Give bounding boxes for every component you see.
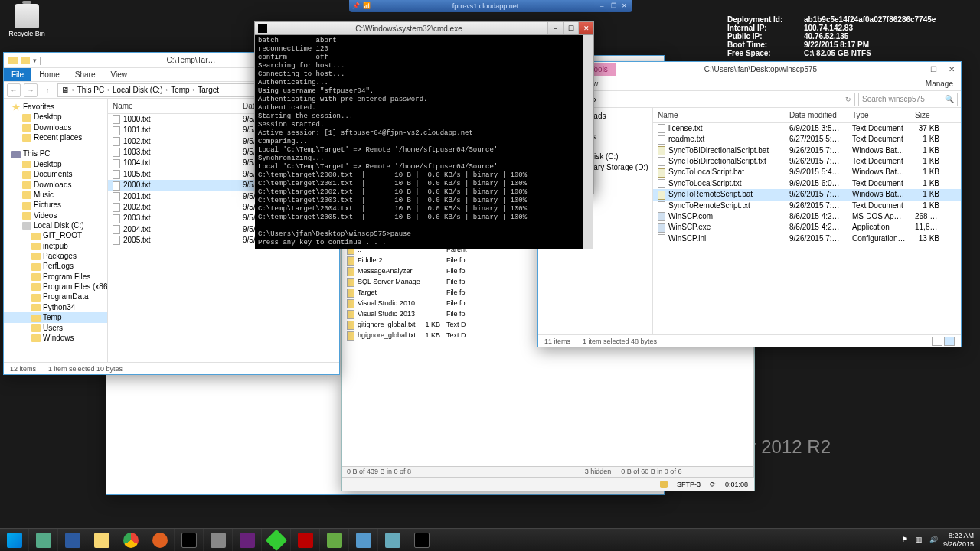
back-button[interactable]: ← (7, 83, 21, 97)
file-list[interactable]: Name Date modified Type Size license.txt… (653, 108, 961, 334)
nav-item[interactable]: Windows (4, 333, 107, 343)
breadcrumb[interactable]: Target (198, 86, 219, 94)
up-button[interactable]: ↑ (41, 83, 54, 97)
breadcrumb[interactable]: This PC (77, 86, 105, 94)
list-item[interactable]: SyncToRemoteScript.bat9/26/2015 7:59 PMW… (653, 189, 961, 200)
list-item[interactable]: SyncToLocalScript.bat9/9/2015 5:48 PMWin… (653, 167, 961, 178)
navigation-pane[interactable]: Favorites Desktop Downloads Recent place… (4, 99, 108, 362)
forward-button[interactable]: → (24, 83, 38, 97)
nav-favorites[interactable]: Favorites (4, 102, 107, 112)
desktop-background[interactable]: Recycle Bin 📌 📶 fprn-vs1.cloudapp.net – … (0, 0, 980, 551)
terminal-output[interactable]: batch abort reconnecttime 120 confirm of… (255, 35, 583, 249)
nav-temp[interactable]: Temp (4, 312, 107, 322)
title-bar[interactable]: C:\Windows\system32\cmd.exe – ☐ ✕ (255, 22, 593, 35)
nav-item[interactable]: inetpub (4, 241, 107, 251)
nav-recent[interactable]: Recent places (4, 132, 107, 142)
taskbar-app[interactable] (204, 529, 233, 552)
tab-home[interactable]: Home (31, 68, 67, 81)
pin-icon[interactable]: 📌 (352, 2, 360, 10)
breadcrumb[interactable]: Local Disk (C:) (113, 86, 163, 94)
taskbar-cmd[interactable] (175, 529, 204, 552)
tray-network-icon[interactable]: ▥ (916, 536, 925, 545)
taskbar-filezilla[interactable] (291, 529, 320, 552)
nav-item[interactable]: ProgramData (4, 292, 107, 302)
nav-desktop[interactable]: Desktop (4, 112, 107, 122)
search-icon[interactable]: 🔍 (945, 95, 954, 103)
minimize-button[interactable]: – (547, 22, 563, 34)
taskbar-powershell[interactable] (58, 529, 87, 552)
nav-item[interactable]: Videos (4, 210, 107, 220)
refresh-icon[interactable]: ↻ (845, 96, 851, 103)
system-tray[interactable]: ⚑ ▥ 🔊 8:22 AM 9/26/2015 (902, 532, 980, 549)
search-box[interactable]: Search winscp575 🔍 (858, 93, 958, 106)
maximize-button[interactable]: ☐ (924, 63, 942, 77)
cmd-window[interactable]: C:\Windows\system32\cmd.exe – ☐ ✕ batch … (254, 21, 594, 194)
close-icon[interactable]: ✕ (622, 2, 629, 10)
nav-item[interactable]: Documents (4, 169, 107, 179)
nav-item[interactable]: Program Files (4, 272, 107, 282)
nav-local-disk[interactable]: Local Disk (C:) (4, 220, 107, 230)
taskbar[interactable]: ⚑ ▥ 🔊 8:22 AM 9/26/2015 (0, 528, 980, 551)
nav-item[interactable]: PerfLogs (4, 261, 107, 271)
taskbar-winscp[interactable] (378, 529, 407, 552)
list-item[interactable]: WinSCP.exe8/6/2015 4:23 PMApplication11,… (653, 222, 961, 233)
nav-item[interactable]: Packages (4, 251, 107, 261)
taskbar-server-manager[interactable] (29, 529, 58, 552)
icons-view-icon[interactable] (944, 337, 955, 346)
list-item[interactable]: SyncToRemoteScript.txt9/26/2015 7:59 PMT… (653, 201, 961, 211)
restore-icon[interactable]: ❐ (611, 2, 619, 10)
nav-item[interactable]: Python34 (4, 302, 107, 312)
taskbar-app[interactable] (145, 529, 175, 552)
col-size[interactable]: Size (910, 109, 944, 121)
rdp-connection-bar[interactable]: 📌 📶 fprn-vs1.cloudapp.net – ❐ ✕ (349, 0, 632, 12)
details-view-icon[interactable] (932, 337, 942, 346)
list-item[interactable]: SyncToLocalScript.txt9/9/2015 6:08 PMTex… (653, 178, 961, 189)
list-item[interactable]: readme.txt6/27/2015 5:21 PMText Document… (653, 134, 961, 145)
col-name[interactable]: Name (653, 109, 785, 121)
tray-sound-icon[interactable]: 🔊 (929, 536, 939, 545)
start-button[interactable] (0, 529, 29, 552)
tray-flag-icon[interactable]: ⚑ (902, 536, 911, 545)
scrollbar[interactable] (583, 35, 593, 249)
status-bar: 12 items 1 item selected 10 bytes (4, 362, 339, 374)
taskbar-explorer[interactable] (87, 529, 116, 552)
explorer-window-winscp[interactable]: Application Tools C:\Users\jfan\Desktop\… (537, 61, 962, 347)
minimize-icon[interactable]: – (600, 2, 608, 10)
taskbar-app[interactable] (262, 529, 291, 552)
nav-item[interactable]: Music (4, 190, 107, 200)
list-item[interactable]: SyncToBiDirectionalScript.bat9/26/2015 7… (653, 145, 961, 156)
recycle-bin[interactable]: Recycle Bin (8, 4, 46, 37)
taskbar-clock[interactable]: 8:22 AM 9/26/2015 (943, 532, 974, 549)
tab-view[interactable]: View (103, 68, 136, 81)
nav-item[interactable]: Program Files (x86) (4, 282, 107, 292)
taskbar-visual-studio[interactable] (233, 529, 262, 552)
col-type[interactable]: Type (848, 109, 910, 121)
taskbar-app[interactable] (320, 529, 349, 552)
nav-item[interactable]: Pictures (4, 200, 107, 210)
close-button[interactable]: ✕ (578, 22, 593, 34)
taskbar-cmd-running[interactable] (407, 529, 436, 552)
cmd-icon (258, 24, 267, 33)
file-tab[interactable]: File (4, 68, 31, 81)
taskbar-app[interactable] (349, 529, 378, 552)
nav-downloads[interactable]: Downloads (4, 122, 107, 132)
nav-item[interactable]: Downloads (4, 180, 107, 190)
breadcrumb[interactable]: Temp (171, 86, 189, 94)
tab-manage[interactable]: Manage (918, 77, 961, 90)
nav-item[interactable]: Desktop (4, 159, 107, 169)
taskbar-chrome[interactable] (116, 529, 145, 552)
nav-item[interactable]: GIT_ROOT (4, 230, 107, 240)
close-button[interactable]: ✕ (942, 63, 961, 77)
list-item[interactable]: SyncToBiDirectionalScript.txt9/26/2015 7… (653, 156, 961, 167)
col-name[interactable]: Name (108, 100, 238, 112)
nav-item[interactable]: Users (4, 323, 107, 333)
minimize-button[interactable]: – (906, 63, 924, 77)
maximize-button[interactable]: ☐ (563, 22, 578, 34)
tab-share[interactable]: Share (67, 68, 103, 81)
title-bar[interactable]: Application Tools C:\Users\jfan\Desktop\… (538, 62, 961, 77)
list-item[interactable]: license.txt6/9/2015 3:51 PMText Document… (653, 123, 961, 134)
list-item[interactable]: WinSCP.ini9/26/2015 7:54 PMConfiguration… (653, 233, 961, 244)
list-item[interactable]: WinSCP.com8/6/2015 4:23 PMMS-DOS Applica… (653, 211, 961, 222)
nav-this-pc[interactable]: This PC (4, 148, 107, 158)
col-date[interactable]: Date modified (785, 109, 848, 121)
